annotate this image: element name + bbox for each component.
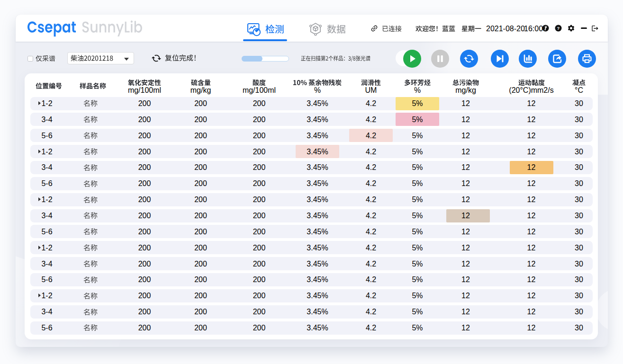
svg-text:?: ? [557, 26, 560, 31]
